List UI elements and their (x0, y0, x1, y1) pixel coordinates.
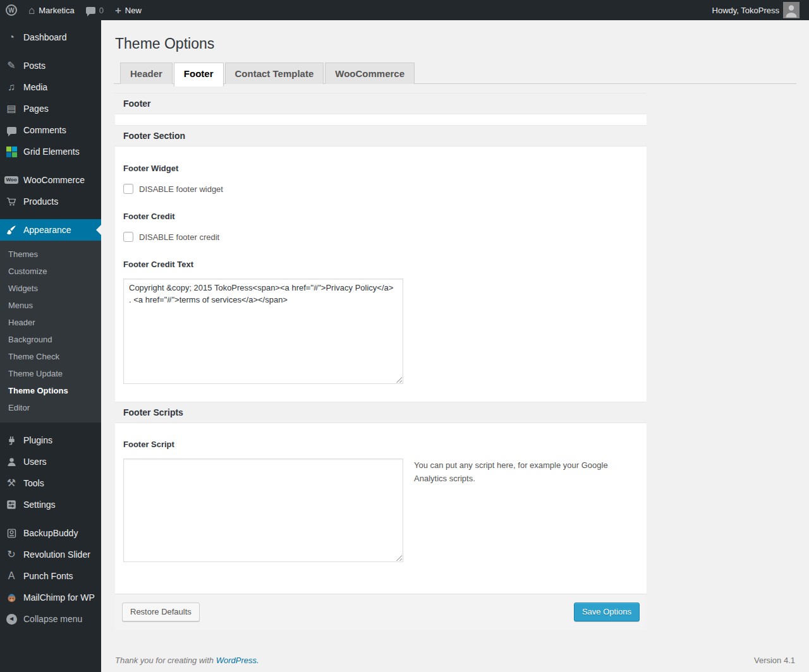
disable-footer-credit-checkbox[interactable] (123, 232, 133, 242)
disable-footer-credit-label: DISABLE footer credit (139, 232, 219, 242)
footer-section-header: Footer Section (115, 125, 647, 147)
footer-scripts-header: Footer Scripts (115, 402, 647, 423)
submenu-item-editor[interactable]: Editor (0, 399, 101, 416)
sidebar-item-label: Dashboard (23, 32, 67, 42)
collapse-arrow-icon: ◀ (5, 614, 18, 625)
sidebar-item-appearance[interactable]: Appearance (0, 219, 101, 241)
submenu-item-background[interactable]: Background (0, 331, 101, 348)
footer-credit-text-textarea[interactable]: Copyright &copy; 2015 TokoPress<span><a … (123, 279, 403, 384)
sidebar-item-label: Posts (23, 61, 46, 71)
paintbrush-icon (5, 224, 18, 236)
avatar (783, 2, 800, 18)
sidebar-item-users[interactable]: Users (0, 451, 101, 472)
admin-footer: Thank you for creating with WordPress. V… (114, 656, 796, 665)
sidebar-item-grid-elements[interactable]: Grid Elements (0, 141, 101, 162)
sidebar-item-label: WooCommerce (23, 175, 85, 185)
tab-footer[interactable]: Footer (174, 63, 224, 87)
sidebar-item-dashboard[interactable]: ◔ Dashboard (0, 27, 101, 48)
sidebar-item-label: BackupBuddy (23, 528, 78, 538)
pushpin-icon: ✎ (5, 61, 18, 71)
collapse-menu-button[interactable]: ◀ Collapse menu (0, 608, 101, 630)
tab-woocommerce[interactable]: WooCommerce (325, 63, 415, 84)
panel-header: Footer (115, 93, 647, 114)
submenu-item-customize[interactable]: Customize (0, 263, 101, 280)
new-content-menu[interactable]: + New (109, 0, 147, 20)
panel-action-bar: Restore Defaults Save Options (115, 594, 647, 630)
footer-credit-checkbox-row: DISABLE footer credit (123, 232, 638, 242)
new-label: New (125, 6, 142, 15)
sidebar-item-label: Punch Fonts (23, 571, 73, 581)
sidebar-item-label: MailChimp for WP (23, 592, 95, 603)
pages-icon: ▤ (5, 104, 18, 114)
tab-bar: HeaderFooterContact TemplateWooCommerce (114, 63, 796, 84)
sidebar-item-tools[interactable]: ⚒ Tools (0, 472, 101, 494)
wrench-icon: ⚒ (5, 478, 18, 488)
plus-icon: + (115, 5, 121, 16)
footer-script-label: Footer Script (123, 440, 638, 449)
mailchimp-monkey-icon (5, 592, 18, 603)
submenu-item-theme-check[interactable]: Theme Check (0, 348, 101, 365)
sidebar-item-comments[interactable]: Comments (0, 119, 101, 141)
account-menu[interactable]: Howdy, TokoPress (707, 0, 805, 20)
footer-script-textarea[interactable] (123, 459, 403, 562)
restore-defaults-button[interactable]: Restore Defaults (122, 603, 200, 621)
sidebar-item-posts[interactable]: ✎ Posts (0, 55, 101, 76)
sidebar-item-label: Tools (23, 478, 44, 488)
submenu-item-header[interactable]: Header (0, 314, 101, 331)
person-icon (5, 457, 18, 467)
comment-bubble-icon (5, 127, 18, 134)
theme-options-panel: Footer Footer Section Footer Widget DISA… (115, 93, 647, 630)
refresh-arrows-icon: ↻ (5, 549, 18, 560)
submenu-item-theme-options[interactable]: Theme Options (0, 382, 101, 399)
sidebar-item-label: Grid Elements (23, 147, 80, 157)
sidebar-item-backupbuddy[interactable]: BackupBuddy (0, 522, 101, 544)
site-name-menu[interactable]: ⌂ Marketica (23, 0, 80, 20)
sidebar-item-label: Comments (23, 125, 66, 135)
letter-a-icon: A (5, 571, 18, 581)
sidebar-item-revolution-slider[interactable]: ↻ Revolution Slider (0, 544, 101, 565)
footer-credit-label: Footer Credit (123, 212, 638, 221)
sidebar-item-media[interactable]: ♫ Media (0, 76, 101, 98)
wordpress-link[interactable]: WordPress. (216, 656, 259, 665)
disable-footer-widget-checkbox[interactable] (123, 184, 133, 194)
collapse-menu-label: Collapse menu (23, 614, 82, 624)
sidebar-item-punch-fonts[interactable]: A Punch Fonts (0, 565, 101, 587)
sidebar-item-pages[interactable]: ▤ Pages (0, 98, 101, 119)
sidebar-item-label: Users (23, 457, 47, 467)
sidebar-item-mailchimp[interactable]: MailChimp for WP (0, 587, 101, 608)
sidebar-item-settings[interactable]: Settings (0, 494, 101, 515)
disable-footer-widget-label: DISABLE footer widget (139, 184, 223, 194)
submenu-item-themes[interactable]: Themes (0, 246, 101, 263)
sidebar-item-label: Revolution Slider (23, 549, 90, 560)
sidebar-item-plugins[interactable]: Plugins (0, 429, 101, 451)
dashboard-icon: ◔ (5, 32, 18, 42)
admin-bar: W ⌂ Marketica 0 + New Howdy, TokoPress (0, 0, 809, 20)
backup-drive-icon (5, 528, 18, 539)
tab-header[interactable]: Header (120, 63, 173, 84)
appearance-submenu: Themes Customize Widgets Menus Header Ba… (0, 241, 101, 423)
wordpress-logo-menu[interactable]: W (0, 0, 23, 20)
sidebar-item-label: Media (23, 82, 47, 92)
submenu-item-widgets[interactable]: Widgets (0, 280, 101, 297)
sidebar-item-label: Plugins (23, 435, 52, 445)
page-title: Theme Options (114, 20, 796, 53)
comments-menu[interactable]: 0 (80, 0, 109, 20)
save-options-button[interactable]: Save Options (574, 603, 640, 621)
grid-elements-icon (5, 147, 18, 157)
sidebar-item-label: Settings (23, 500, 56, 510)
footer-script-help-text: You can put any script here, for example… (414, 459, 611, 486)
main-content: Theme Options HeaderFooterContact Templa… (101, 20, 809, 672)
wordpress-logo-icon: W (6, 4, 17, 16)
footer-credit-text-label: Footer Credit Text (123, 260, 638, 269)
submenu-item-menus[interactable]: Menus (0, 297, 101, 314)
version-label: Version 4.1 (754, 656, 795, 665)
comment-count: 0 (99, 6, 104, 15)
sidebar-item-label: Products (23, 196, 58, 207)
admin-sidebar: ◔ Dashboard ✎ Posts ♫ Media ▤ Pages Comm… (0, 20, 101, 672)
submenu-item-theme-update[interactable]: Theme Update (0, 365, 101, 382)
sidebar-item-woocommerce[interactable]: Woo WooCommerce (0, 169, 101, 191)
media-note-icon: ♫ (5, 82, 18, 92)
sidebar-item-products[interactable]: Products (0, 191, 101, 212)
tab-contact-template[interactable]: Contact Template (225, 63, 324, 84)
home-icon: ⌂ (28, 5, 35, 16)
